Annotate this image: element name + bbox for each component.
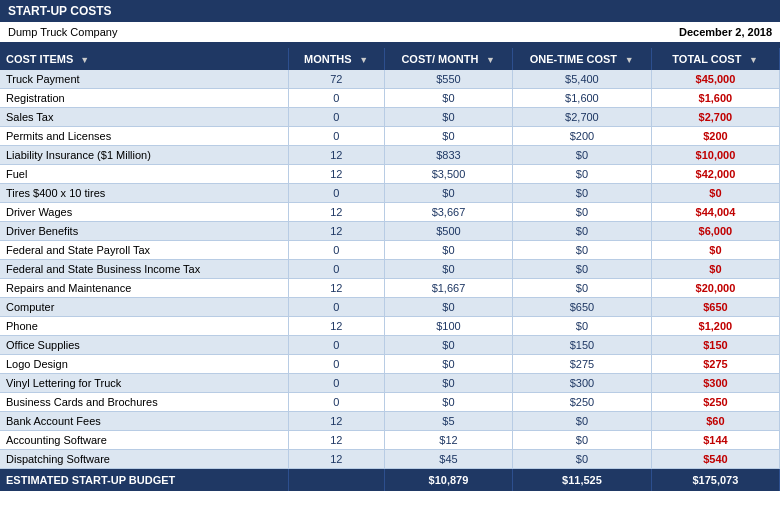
cell-7-2: $3,667 (384, 203, 512, 222)
table-row: Bank Account Fees12$5$0$60 (0, 412, 780, 431)
cell-5-2: $3,500 (384, 165, 512, 184)
cell-12-0: Computer (0, 298, 288, 317)
cell-12-2: $0 (384, 298, 512, 317)
cell-15-1: 0 (288, 355, 384, 374)
cell-7-4: $44,004 (651, 203, 779, 222)
cell-0-3: $5,400 (513, 70, 652, 89)
cell-1-2: $0 (384, 89, 512, 108)
cell-8-2: $500 (384, 222, 512, 241)
cell-16-1: 0 (288, 374, 384, 393)
table-row: Sales Tax0$0$2,700$2,700 (0, 108, 780, 127)
cell-3-4: $200 (651, 127, 779, 146)
cell-11-2: $1,667 (384, 279, 512, 298)
cell-16-2: $0 (384, 374, 512, 393)
cell-4-2: $833 (384, 146, 512, 165)
filter-icon-months[interactable]: ▼ (359, 55, 369, 65)
cell-6-0: Tires $400 x 10 tires (0, 184, 288, 203)
table-row: Federal and State Business Income Tax0$0… (0, 260, 780, 279)
cell-19-1: 12 (288, 431, 384, 450)
footer-one-time: $11,525 (513, 469, 652, 492)
table-body: Truck Payment72$550$5,400$45,000Registra… (0, 70, 780, 469)
cell-15-3: $275 (513, 355, 652, 374)
cell-4-3: $0 (513, 146, 652, 165)
cell-3-2: $0 (384, 127, 512, 146)
cell-18-1: 12 (288, 412, 384, 431)
table-row: Logo Design0$0$275$275 (0, 355, 780, 374)
footer-label: ESTIMATED START-UP BUDGET (0, 469, 288, 492)
table-row: Truck Payment72$550$5,400$45,000 (0, 70, 780, 89)
cell-14-0: Office Supplies (0, 336, 288, 355)
company-row: Dump Truck Company December 2, 2018 (0, 22, 780, 42)
table-row: Repairs and Maintenance12$1,667$0$20,000 (0, 279, 780, 298)
cell-18-4: $60 (651, 412, 779, 431)
cell-7-1: 12 (288, 203, 384, 222)
cell-3-3: $200 (513, 127, 652, 146)
cell-11-1: 12 (288, 279, 384, 298)
table-footer: ESTIMATED START-UP BUDGET $10,879 $11,52… (0, 469, 780, 492)
cell-3-1: 0 (288, 127, 384, 146)
cell-12-1: 0 (288, 298, 384, 317)
cell-4-1: 12 (288, 146, 384, 165)
filter-icon-one-time[interactable]: ▼ (624, 55, 634, 65)
cell-6-3: $0 (513, 184, 652, 203)
cell-13-0: Phone (0, 317, 288, 336)
spreadsheet-title: START-UP COSTS (8, 4, 112, 18)
cell-11-3: $0 (513, 279, 652, 298)
table-header: COST ITEMS ▼ MONTHS ▼ COST/ MONTH ▼ ONE-… (0, 48, 780, 70)
cell-17-4: $250 (651, 393, 779, 412)
report-date: December 2, 2018 (679, 26, 772, 38)
cell-6-4: $0 (651, 184, 779, 203)
cell-0-2: $550 (384, 70, 512, 89)
cell-15-0: Logo Design (0, 355, 288, 374)
cell-10-2: $0 (384, 260, 512, 279)
table-row: Phone12$100$0$1,200 (0, 317, 780, 336)
filter-icon-item[interactable]: ▼ (80, 55, 90, 65)
cell-6-1: 0 (288, 184, 384, 203)
cell-20-4: $540 (651, 450, 779, 469)
table-row: Fuel12$3,500$0$42,000 (0, 165, 780, 184)
cell-2-3: $2,700 (513, 108, 652, 127)
col-header-months: MONTHS ▼ (288, 48, 384, 70)
cell-2-0: Sales Tax (0, 108, 288, 127)
footer-cost-month: $10,879 (384, 469, 512, 492)
footer-months (288, 469, 384, 492)
cell-20-0: Dispatching Software (0, 450, 288, 469)
cell-9-1: 0 (288, 241, 384, 260)
col-header-total: TOTAL COST ▼ (651, 48, 779, 70)
cell-15-4: $275 (651, 355, 779, 374)
cell-8-0: Driver Benefits (0, 222, 288, 241)
cell-4-4: $10,000 (651, 146, 779, 165)
cell-11-4: $20,000 (651, 279, 779, 298)
cell-19-0: Accounting Software (0, 431, 288, 450)
col-header-item: COST ITEMS ▼ (0, 48, 288, 70)
company-name: Dump Truck Company (8, 26, 117, 38)
cell-9-2: $0 (384, 241, 512, 260)
title-bar: START-UP COSTS (0, 0, 780, 22)
cell-8-4: $6,000 (651, 222, 779, 241)
table-row: Registration0$0$1,600$1,600 (0, 89, 780, 108)
cell-14-4: $150 (651, 336, 779, 355)
cell-9-3: $0 (513, 241, 652, 260)
cell-17-3: $250 (513, 393, 652, 412)
filter-icon-cost-month[interactable]: ▼ (485, 55, 495, 65)
table-row: Office Supplies0$0$150$150 (0, 336, 780, 355)
cell-2-4: $2,700 (651, 108, 779, 127)
cell-2-1: 0 (288, 108, 384, 127)
cell-10-3: $0 (513, 260, 652, 279)
cell-14-3: $150 (513, 336, 652, 355)
cell-5-0: Fuel (0, 165, 288, 184)
cell-6-2: $0 (384, 184, 512, 203)
cell-1-3: $1,600 (513, 89, 652, 108)
cell-20-3: $0 (513, 450, 652, 469)
cell-16-0: Vinyl Lettering for Truck (0, 374, 288, 393)
cell-14-2: $0 (384, 336, 512, 355)
table-row: Driver Wages12$3,667$0$44,004 (0, 203, 780, 222)
cell-9-0: Federal and State Payroll Tax (0, 241, 288, 260)
cell-4-0: Liability Insurance ($1 Million) (0, 146, 288, 165)
cell-19-2: $12 (384, 431, 512, 450)
table-row: Accounting Software12$12$0$144 (0, 431, 780, 450)
filter-icon-total[interactable]: ▼ (748, 55, 758, 65)
cell-16-3: $300 (513, 374, 652, 393)
table-row: Computer0$0$650$650 (0, 298, 780, 317)
cell-18-2: $5 (384, 412, 512, 431)
